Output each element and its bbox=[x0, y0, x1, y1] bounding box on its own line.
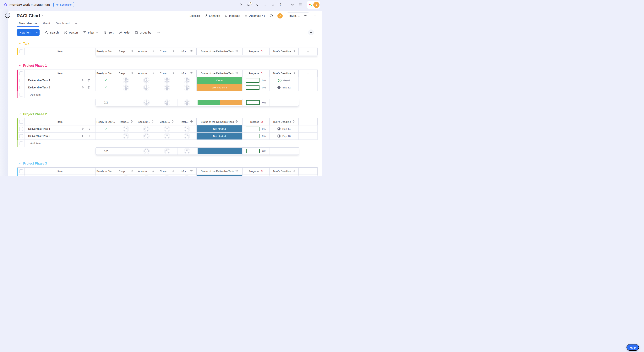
add-update-icon[interactable] bbox=[87, 79, 90, 82]
column-header-consulted[interactable]: Consu… bbox=[157, 70, 177, 77]
info-icon[interactable] bbox=[292, 120, 295, 124]
consulted-cell[interactable] bbox=[157, 125, 177, 132]
column-header-status[interactable]: Status of the Delivarble/Task bbox=[196, 168, 242, 175]
apps-marketplace-icon[interactable] bbox=[263, 3, 267, 6]
responsible-cell[interactable] bbox=[116, 77, 136, 84]
deadline[interactable]: !Sep 5 bbox=[278, 79, 290, 82]
informed-cell[interactable] bbox=[177, 84, 196, 91]
info-icon[interactable] bbox=[171, 71, 174, 75]
column-header-ready[interactable]: Ready to Star… bbox=[96, 48, 116, 55]
column-header-deadline[interactable]: Task's Deadline bbox=[270, 70, 299, 77]
info-icon[interactable] bbox=[292, 71, 295, 75]
column-header-ready[interactable]: Ready to Star… bbox=[96, 70, 116, 77]
info-icon[interactable] bbox=[171, 49, 174, 53]
column-header-progress[interactable]: Progress bbox=[242, 118, 270, 125]
column-header-progress[interactable]: Progress bbox=[242, 70, 270, 77]
select-all-checkbox[interactable] bbox=[19, 49, 23, 53]
monday-mark-icon[interactable] bbox=[308, 3, 312, 7]
add-item-button[interactable]: + Add item bbox=[25, 140, 318, 147]
item-name[interactable]: Deliverable/Task 1 bbox=[25, 79, 76, 82]
column-header-deadline[interactable]: Task's Deadline bbox=[270, 118, 299, 125]
column-header-item[interactable]: Item bbox=[25, 118, 96, 125]
deadline[interactable]: Sep 14 bbox=[278, 127, 291, 130]
expand-sidebar-button[interactable] bbox=[5, 13, 10, 18]
column-header-accountable[interactable]: Account… bbox=[136, 118, 157, 125]
column-header-progress[interactable]: Progress bbox=[242, 48, 270, 55]
consulted-cell[interactable] bbox=[157, 133, 177, 140]
inbox-icon[interactable]: 1 bbox=[247, 3, 250, 6]
column-header-responsible[interactable]: Respo… bbox=[116, 118, 136, 125]
info-icon[interactable] bbox=[130, 71, 133, 75]
consulted-cell[interactable] bbox=[157, 77, 177, 84]
informed-cell[interactable] bbox=[177, 133, 196, 140]
column-header-accountable[interactable]: Account… bbox=[136, 48, 157, 55]
search-icon[interactable] bbox=[272, 3, 275, 6]
column-header-deadline[interactable]: Task's Deadline bbox=[270, 168, 299, 175]
info-icon[interactable] bbox=[190, 49, 193, 53]
add-update-icon[interactable] bbox=[87, 135, 90, 138]
sidekick-button[interactable]: Sidekick bbox=[185, 14, 200, 17]
responsible-cell[interactable] bbox=[116, 133, 136, 140]
column-header-item[interactable]: Item bbox=[25, 70, 96, 77]
info-icon[interactable] bbox=[235, 169, 238, 173]
progress-cell[interactable]: 0% bbox=[242, 133, 270, 140]
product-switcher-icon[interactable] bbox=[299, 3, 302, 6]
info-icon[interactable] bbox=[130, 120, 133, 124]
informed-cell[interactable] bbox=[177, 125, 196, 132]
row-checkbox[interactable] bbox=[19, 86, 23, 89]
info-icon[interactable] bbox=[171, 169, 174, 173]
add-update-icon[interactable] bbox=[87, 127, 90, 131]
notifications-bell-icon[interactable] bbox=[239, 3, 242, 6]
column-header-responsible[interactable]: Respo… bbox=[116, 168, 136, 175]
invite-button[interactable]: Invite / 1 bbox=[287, 13, 302, 19]
filter-tool[interactable]: Filter bbox=[83, 31, 98, 34]
info-icon[interactable] bbox=[190, 169, 193, 173]
column-header-informed[interactable]: Infor… bbox=[177, 48, 196, 55]
integrate-button[interactable]: Integrate bbox=[224, 14, 240, 17]
consulted-cell[interactable] bbox=[157, 175, 177, 176]
info-icon[interactable] bbox=[130, 49, 133, 53]
search-tool[interactable]: Search bbox=[45, 31, 59, 34]
column-header-informed[interactable]: Infor… bbox=[177, 118, 196, 125]
status-badge[interactable]: Not started bbox=[196, 133, 242, 140]
automate-button[interactable]: Automate / 1 bbox=[244, 14, 265, 17]
add-column-button[interactable] bbox=[299, 118, 318, 125]
accountable-cell[interactable] bbox=[136, 125, 157, 132]
board-title[interactable]: RACI Chart bbox=[16, 13, 45, 18]
new-item-dropdown[interactable] bbox=[34, 29, 40, 36]
tab-options-icon[interactable]: ••• bbox=[34, 22, 38, 25]
column-header-consulted[interactable]: Consu… bbox=[157, 48, 177, 55]
enhance-button[interactable]: Enhance bbox=[204, 14, 220, 17]
progress-cell[interactable]: 0% bbox=[242, 125, 270, 132]
item-name[interactable]: Deliverable/Task 2 bbox=[25, 86, 76, 89]
ai-sparkle-icon[interactable] bbox=[81, 86, 84, 89]
row-checkbox[interactable] bbox=[19, 79, 23, 82]
ready-cell[interactable] bbox=[96, 175, 116, 176]
row-checkbox[interactable] bbox=[19, 134, 23, 138]
info-icon[interactable] bbox=[292, 49, 295, 53]
info-icon[interactable] bbox=[152, 169, 154, 173]
help-question-icon[interactable]: ? bbox=[280, 3, 281, 7]
board-menu-button[interactable] bbox=[314, 14, 317, 17]
accountable-cell[interactable] bbox=[136, 133, 157, 140]
toolbar-more-button[interactable] bbox=[156, 31, 160, 34]
column-header-status[interactable]: Status of the Delivarble/Task bbox=[196, 48, 242, 55]
sort-tool[interactable]: Sort bbox=[104, 31, 114, 34]
invite-members-icon[interactable] bbox=[255, 3, 259, 6]
column-header-item[interactable]: Item bbox=[25, 48, 96, 55]
tab-main-table[interactable]: Main table••• bbox=[16, 21, 40, 27]
informed-cell[interactable] bbox=[177, 77, 196, 84]
select-all-checkbox[interactable] bbox=[19, 120, 23, 124]
favorites-heart-icon[interactable] bbox=[291, 3, 294, 6]
status-badge[interactable]: Working on it bbox=[196, 84, 242, 91]
add-update-icon[interactable] bbox=[87, 86, 90, 89]
collapse-toolbar-button[interactable] bbox=[308, 29, 314, 35]
info-icon[interactable] bbox=[292, 169, 295, 173]
ready-cell[interactable] bbox=[96, 125, 116, 132]
column-header-accountable[interactable]: Account… bbox=[136, 168, 157, 175]
copy-link-button[interactable] bbox=[302, 13, 309, 19]
column-header-status[interactable]: Status of the Delivarble/Task bbox=[196, 118, 242, 125]
info-icon[interactable] bbox=[235, 49, 238, 53]
group-title-phase-3[interactable]: Project Phase 3 bbox=[18, 161, 322, 166]
ai-sparkle-icon[interactable] bbox=[81, 127, 84, 131]
